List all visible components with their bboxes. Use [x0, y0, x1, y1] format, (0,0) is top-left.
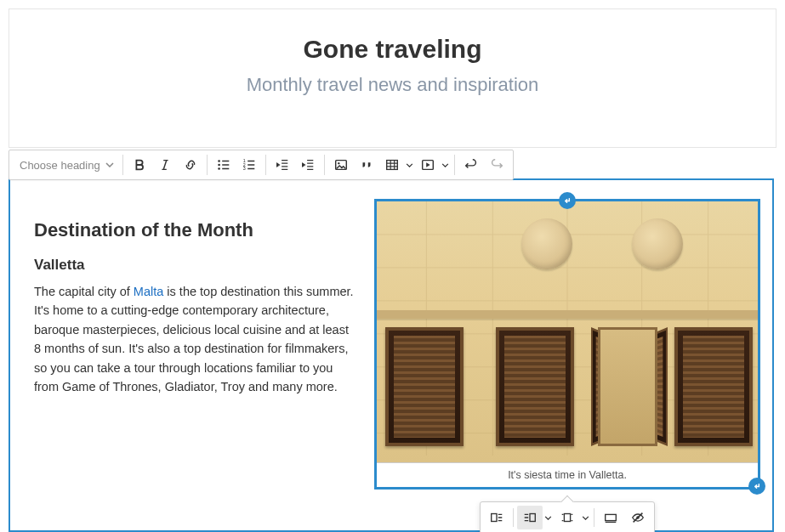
table-button[interactable] — [379, 152, 405, 178]
svg-point-0 — [218, 160, 220, 162]
bold-button[interactable] — [127, 152, 152, 178]
drag-handle-top[interactable] — [559, 192, 576, 209]
svg-rect-13 — [606, 514, 617, 520]
image-widget[interactable]: It's siesta time in Valletta. — [374, 199, 760, 490]
image-caption[interactable]: It's siesta time in Valletta. — [377, 462, 758, 487]
svg-text:3: 3 — [243, 166, 246, 171]
svg-rect-8 — [386, 161, 397, 170]
drag-handle-bottom[interactable] — [748, 478, 765, 495]
table-dropdown[interactable] — [405, 163, 415, 167]
separator — [454, 155, 455, 175]
blockquote-button[interactable] — [354, 152, 379, 178]
link-button[interactable] — [178, 152, 203, 178]
article-body[interactable]: The capital city of Malta is the top des… — [34, 282, 357, 397]
article-heading[interactable]: Destination of the Month — [34, 219, 357, 241]
svg-rect-10 — [492, 514, 497, 522]
editor-toolbar: Choose heading 123 — [9, 150, 514, 180]
align-right-dropdown[interactable] — [543, 516, 553, 520]
align-left-button[interactable] — [484, 506, 509, 529]
image-balloon-toolbar — [480, 501, 655, 532]
figure-column: It's siesta time in Valletta. — [374, 199, 748, 512]
italic-button[interactable] — [152, 152, 178, 178]
media-dropdown[interactable] — [441, 163, 451, 167]
page-subtitle: Monthly travel news and inspiration — [9, 74, 776, 96]
text-column[interactable]: Destination of the Month Valletta The ca… — [34, 199, 357, 512]
body-prefix: The capital city of — [34, 285, 134, 298]
svg-point-7 — [338, 162, 339, 164]
align-center-dropdown[interactable] — [580, 516, 590, 520]
svg-point-1 — [218, 164, 220, 167]
return-icon — [753, 482, 762, 491]
separator — [513, 508, 514, 527]
svg-point-2 — [218, 167, 220, 170]
malta-link[interactable]: Malta — [134, 285, 163, 298]
separator — [207, 155, 208, 175]
svg-rect-11 — [530, 514, 535, 522]
image-button[interactable] — [328, 152, 354, 178]
heading-dropdown[interactable]: Choose heading — [13, 159, 119, 172]
article-subheading[interactable]: Valletta — [34, 257, 357, 274]
heading-dropdown-label: Choose heading — [20, 159, 100, 172]
separator — [324, 155, 325, 175]
outdent-button[interactable] — [270, 152, 295, 178]
body-suffix: is the top destination this summer. It's… — [34, 285, 354, 393]
page: Gone traveling Monthly travel news and i… — [0, 8, 785, 532]
hero-header: Gone traveling Monthly travel news and i… — [9, 8, 776, 148]
chevron-down-icon — [105, 162, 114, 167]
svg-rect-12 — [564, 514, 570, 522]
toggle-caption-button[interactable] — [625, 506, 651, 529]
separator — [122, 155, 123, 175]
separator — [265, 155, 266, 175]
return-icon — [563, 196, 572, 206]
numbered-list-button[interactable]: 123 — [236, 152, 262, 178]
media-button[interactable] — [415, 152, 441, 178]
indent-button[interactable] — [295, 152, 321, 178]
bulleted-list-button[interactable] — [211, 152, 236, 178]
redo-button[interactable] — [484, 152, 509, 178]
align-right-button[interactable] — [517, 506, 543, 529]
editor-content-area[interactable]: Destination of the Month Valletta The ca… — [9, 178, 774, 532]
image-placeholder[interactable] — [377, 201, 758, 462]
full-width-button[interactable] — [598, 506, 623, 529]
page-title: Gone traveling — [9, 35, 776, 64]
separator — [594, 508, 594, 527]
align-center-button[interactable] — [555, 506, 580, 529]
undo-button[interactable] — [458, 152, 484, 178]
content-wrapper: Destination of the Month Valletta The ca… — [34, 199, 748, 512]
